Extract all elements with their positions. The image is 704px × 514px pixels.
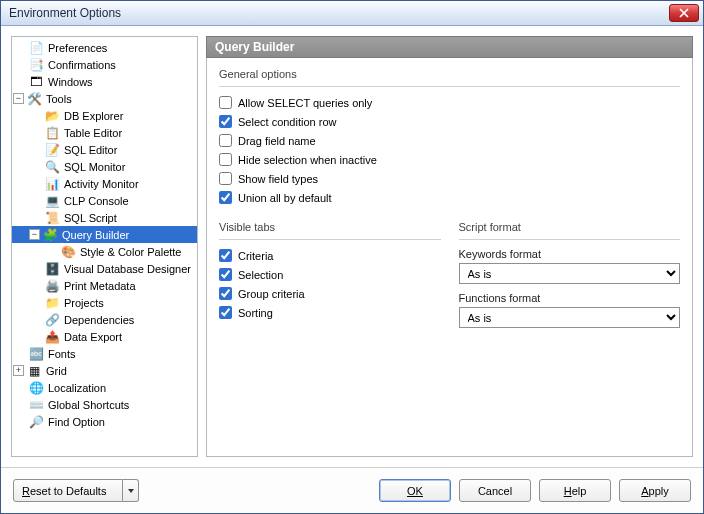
- dependencies-icon: 🔗: [44, 312, 60, 328]
- sql-monitor-icon: 🔍: [44, 159, 60, 175]
- vdd-icon: 🗄️: [44, 261, 60, 277]
- reset-label: eset to Defaults: [30, 485, 106, 497]
- window-frame: Environment Options 📄Preferences 📑Confir…: [0, 0, 704, 514]
- tree-item-clp-console[interactable]: 💻CLP Console: [12, 192, 197, 209]
- shortcuts-icon: ⌨️: [28, 397, 44, 413]
- drag-field-checkbox[interactable]: Drag field name: [219, 131, 680, 150]
- tree-item-sql-editor[interactable]: 📝SQL Editor: [12, 141, 197, 158]
- ok-button[interactable]: OK: [379, 479, 451, 502]
- collapse-icon[interactable]: −: [13, 93, 24, 104]
- clp-console-icon: 💻: [44, 193, 60, 209]
- help-button[interactable]: Help: [539, 479, 611, 502]
- confirmations-icon: 📑: [28, 57, 44, 73]
- tree-item-sql-script[interactable]: 📜SQL Script: [12, 209, 197, 226]
- sql-editor-icon: 📝: [44, 142, 60, 158]
- tree-item-fonts[interactable]: 🔤Fonts: [12, 345, 197, 362]
- tree-item-vdd[interactable]: 🗄️Visual Database Designer: [12, 260, 197, 277]
- tree-item-sql-monitor[interactable]: 🔍SQL Monitor: [12, 158, 197, 175]
- show-types-checkbox[interactable]: Show field types: [219, 169, 680, 188]
- group-criteria-checkbox[interactable]: Group criteria: [219, 284, 441, 303]
- print-icon: 🖨️: [44, 278, 60, 294]
- export-icon: 📤: [44, 329, 60, 345]
- tree-item-windows[interactable]: 🗔Windows: [12, 73, 197, 90]
- tree-item-tools[interactable]: −🛠️Tools: [12, 90, 197, 107]
- close-icon: [679, 8, 689, 18]
- tree-item-table-editor[interactable]: 📋Table Editor: [12, 124, 197, 141]
- tools-icon: 🛠️: [26, 91, 42, 107]
- allow-select-checkbox[interactable]: Allow SELECT queries only: [219, 93, 680, 112]
- reset-dropdown-caret[interactable]: [123, 479, 139, 502]
- tree-item-data-export[interactable]: 📤Data Export: [12, 328, 197, 345]
- query-builder-icon: 🧩: [42, 227, 58, 243]
- palette-icon: 🎨: [60, 244, 76, 260]
- options-panel: General options Allow SELECT queries onl…: [206, 58, 693, 457]
- reset-defaults-button[interactable]: Reset to Defaults: [13, 479, 139, 502]
- titlebar[interactable]: Environment Options: [1, 1, 703, 26]
- chevron-down-icon: [127, 487, 135, 495]
- sorting-checkbox[interactable]: Sorting: [219, 303, 441, 322]
- windows-icon: 🗔: [28, 74, 44, 90]
- tree-item-find-option[interactable]: 🔎Find Option: [12, 413, 197, 430]
- select-condition-checkbox[interactable]: Select condition row: [219, 112, 680, 131]
- hide-selection-checkbox[interactable]: Hide selection when inactive: [219, 150, 680, 169]
- button-bar: Reset to Defaults OK Cancel Help Apply: [1, 467, 703, 513]
- fonts-icon: 🔤: [28, 346, 44, 362]
- grid-icon: ▦: [26, 363, 42, 379]
- union-all-checkbox[interactable]: Union all by default: [219, 188, 680, 207]
- apply-button[interactable]: Apply: [619, 479, 691, 502]
- script-format-heading: Script format: [459, 221, 681, 233]
- db-explorer-icon: 📂: [44, 108, 60, 124]
- page-title: Query Builder: [206, 36, 693, 58]
- tree-item-global-shortcuts[interactable]: ⌨️Global Shortcuts: [12, 396, 197, 413]
- close-button[interactable]: [669, 4, 699, 22]
- general-options-heading: General options: [219, 68, 680, 80]
- localization-icon: 🌐: [28, 380, 44, 396]
- sql-script-icon: 📜: [44, 210, 60, 226]
- tree-item-db-explorer[interactable]: 📂DB Explorer: [12, 107, 197, 124]
- window-title: Environment Options: [5, 6, 669, 20]
- functions-format-select[interactable]: As is: [459, 307, 681, 328]
- table-editor-icon: 📋: [44, 125, 60, 141]
- tree-item-activity-monitor[interactable]: 📊Activity Monitor: [12, 175, 197, 192]
- collapse-icon[interactable]: −: [29, 229, 40, 240]
- keywords-format-label: Keywords format: [459, 248, 681, 260]
- tree-item-projects[interactable]: 📁Projects: [12, 294, 197, 311]
- projects-icon: 📁: [44, 295, 60, 311]
- tree-item-dependencies[interactable]: 🔗Dependencies: [12, 311, 197, 328]
- tree-item-style-color[interactable]: 🎨Style & Color Palette: [12, 243, 197, 260]
- tree-item-preferences[interactable]: 📄Preferences: [12, 39, 197, 56]
- functions-format-label: Functions format: [459, 292, 681, 304]
- selection-checkbox[interactable]: Selection: [219, 265, 441, 284]
- expand-icon[interactable]: +: [13, 365, 24, 376]
- visible-tabs-heading: Visible tabs: [219, 221, 441, 233]
- tree-item-query-builder[interactable]: −🧩Query Builder: [12, 226, 197, 243]
- preferences-icon: 📄: [28, 40, 44, 56]
- keywords-format-select[interactable]: As is: [459, 263, 681, 284]
- tree-item-localization[interactable]: 🌐Localization: [12, 379, 197, 396]
- tree-item-grid[interactable]: +▦Grid: [12, 362, 197, 379]
- find-icon: 🔎: [28, 414, 44, 430]
- tree-item-print-metadata[interactable]: 🖨️Print Metadata: [12, 277, 197, 294]
- cancel-button[interactable]: Cancel: [459, 479, 531, 502]
- tree-item-confirmations[interactable]: 📑Confirmations: [12, 56, 197, 73]
- criteria-checkbox[interactable]: Criteria: [219, 246, 441, 265]
- navigation-tree[interactable]: 📄Preferences 📑Confirmations 🗔Windows −🛠️…: [11, 36, 198, 457]
- activity-monitor-icon: 📊: [44, 176, 60, 192]
